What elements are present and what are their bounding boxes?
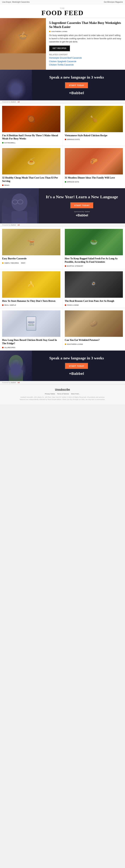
hero-description: On busy weeknights when you don't want t… <box>49 34 122 43</box>
email-footer: Unsubscribe Privacy Notice Terms of Serv… <box>0 384 125 404</box>
article-row-2: 🍝 32 Healthy Cheap Meals That Cost Less … <box>0 146 125 188</box>
easy-badge: Easy <box>21 262 26 264</box>
article-title-9: How Long Does Boxed Chicken Broth Stay G… <box>2 339 60 345</box>
brand-name: FOOD FEED <box>3 9 122 16</box>
article-source-1: EATINGWELL <box>2 142 60 144</box>
ad-silhouette <box>0 70 32 100</box>
ad-logo-1: +Babbel <box>32 91 122 95</box>
article-card-6: 🥗 How To Keep Bagged Salad Fresh For As … <box>63 227 125 269</box>
ad3-start-button[interactable]: START TODAY <box>65 363 88 369</box>
svg-point-0 <box>11 193 27 211</box>
article-image-8: 🍳 <box>65 271 123 298</box>
article-card-1: 🥘 I'm A Dietitian And I Swear By These 5… <box>0 104 63 146</box>
svg-point-5 <box>9 355 23 371</box>
powered-bar-1: Powered by Babbel Ad <box>0 100 125 104</box>
footer-copyright: Dotdash Meredith, 225 Liberty St., 4th F… <box>18 396 107 401</box>
related-link-1[interactable]: Homestyle Ground Beef Casserole <box>49 57 122 60</box>
article-card-9: SWANSONORGANIC Chicken Broth How Long Do… <box>0 308 63 350</box>
email-header: THE FOOD FEED <box>0 4 125 18</box>
source-name-6: MARTHA STEWART <box>67 265 83 267</box>
article-row-1: 🥘 I'm A Dietitian And I Swear By These 5… <box>0 104 125 146</box>
article-title-2: Vietnamese-Style Baked Chicken Recipe <box>65 134 123 137</box>
unsubscribe-link[interactable]: Unsubscribe <box>3 388 122 391</box>
svg-rect-1 <box>11 211 27 223</box>
article-source-6: MARTHA STEWART <box>65 265 123 267</box>
article-image-5: 🫕 <box>2 229 60 255</box>
article-image-9: SWANSONORGANIC Chicken Broth <box>2 310 60 337</box>
ad2-headline: It's a New Year! Learn a New Language <box>43 194 121 199</box>
source-dot-3 <box>2 185 3 186</box>
footer-link-more[interactable]: More From... <box>71 393 80 395</box>
source-dot-4 <box>65 181 66 183</box>
article-card-7: 🍌 How To Store Bananas So They Don't Tur… <box>0 269 63 308</box>
hero-source-dot <box>49 31 50 32</box>
top-nav: Lisa Drayer, Weeknight Casseroles Get Al… <box>0 0 125 4</box>
hero-content: 5-Ingredient Casseroles That Make Busy W… <box>46 18 125 70</box>
ad-banner-1: Speak a new language in 3 weeks START TO… <box>0 70 125 100</box>
article-source-2: SERIOUS EATS <box>65 138 123 140</box>
source-name-1: EATINGWELL <box>4 142 16 144</box>
footer-link-privacy[interactable]: Privacy Notice <box>45 393 55 395</box>
ad3-person <box>0 350 32 381</box>
article-title-10: Can You Eat Wrinkled Potatoes? <box>65 339 123 342</box>
article-card-5: 🫕 Easy Burrito Casserole SIMPLY RECIPES … <box>0 227 63 269</box>
article-title-5: Easy Burrito Casserole <box>2 257 60 260</box>
article-card-2: 🍗 Vietnamese-Style Baked Chicken Recipe … <box>63 104 125 146</box>
svg-point-7 <box>13 360 19 365</box>
header-the: THE <box>3 7 122 9</box>
article-image-4: 🌮 <box>65 148 123 175</box>
ad2-content: It's a New Year! Learn a New Language ST… <box>39 191 125 221</box>
source-name-3: BH&G <box>4 184 9 186</box>
article-image-6: 🥗 <box>65 229 123 255</box>
ad-banner-2: It's a New Year! Learn a New Language ST… <box>0 188 125 223</box>
source-name-7: REAL SIMPLE <box>4 304 16 306</box>
hero-source: SOUTHERN LIVING <box>49 31 122 32</box>
hero-food-image: 🍲 <box>0 18 46 53</box>
powered-bar-2: Powered by Babbel Ad <box>0 223 125 227</box>
ad-content-1: Speak a new language in 3 weeks START TO… <box>32 75 122 95</box>
footer-link-terms[interactable]: Terms of Service <box>57 393 69 395</box>
article-card-3: 🍝 32 Healthy Cheap Meals That Cost Less … <box>0 146 63 188</box>
article-row-3: 🫕 Easy Burrito Casserole SIMPLY RECIPES … <box>0 227 125 269</box>
svg-rect-6 <box>9 370 23 381</box>
related-links: Homestyle Ground Beef Casserole Chicken … <box>49 57 122 66</box>
powered-bar-3: Powered by Babbel Ad <box>0 381 125 384</box>
article-source-3: BH&G <box>2 184 60 186</box>
source-dot-9 <box>2 347 3 348</box>
article-card-10: 🥔 Can You Eat Wrinkled Potatoes? SOUTHER… <box>63 308 125 350</box>
source-name-4: SPRUCE EATS <box>67 181 79 183</box>
article-title-7: How To Store Bananas So They Don't Turn … <box>2 300 60 303</box>
hero-image: 🍲 <box>0 18 46 70</box>
article-image-2: 🍗 <box>65 106 123 132</box>
ad3-content: Speak a new language in 3 weeks START TO… <box>32 356 122 376</box>
get-recipes-button[interactable]: GET RECIPES <box>49 45 70 51</box>
hero-source-name: SOUTHERN LIVING <box>51 31 68 32</box>
article-row-5: SWANSONORGANIC Chicken Broth How Long Do… <box>0 308 125 350</box>
ad-start-button-1[interactable]: START TODAY <box>65 82 88 89</box>
source-dot-7 <box>2 304 3 306</box>
ad-banner-3: Speak a new language in 3 weeks START TO… <box>0 350 125 381</box>
related-link-2[interactable]: Chicken Spaghetti Casserole <box>49 60 122 63</box>
source-dot-2 <box>65 139 66 140</box>
ad3-headline: Speak a new language in 3 weeks <box>32 356 122 361</box>
related-link-3[interactable]: Chicken-Tortilla Casserole <box>49 63 122 66</box>
footer-links: Privacy Notice Terms of Service More Fro… <box>3 393 122 395</box>
article-image-7: 🍌 <box>2 271 60 298</box>
article-card-4: 🌮 31 Meatless Dinner Ideas The Family Wi… <box>63 146 125 188</box>
source-dot-1 <box>2 142 3 144</box>
article-source-9: ALLRECIPES <box>2 347 60 348</box>
source-name-10: SOUTHERN LIVING <box>67 343 83 345</box>
article-image-10: 🥔 <box>65 310 123 337</box>
ad-person-image <box>0 70 32 100</box>
related-content: Related Content Homestyle Ground Beef Ca… <box>49 54 122 66</box>
ad2-start-button[interactable]: START TODAY <box>70 202 93 209</box>
ad3-silhouette <box>0 350 32 381</box>
article-source-10: SOUTHERN LIVING <box>65 343 123 345</box>
top-nav-right[interactable]: Get Allrecipes Magazine <box>104 1 123 3</box>
article-source-8: FOOD & WINE <box>65 304 123 306</box>
ad3-logo: +Babbel <box>32 372 122 376</box>
article-image-1: 🥘 <box>2 106 60 132</box>
article-title-1: I'm A Dietitian And I Swear By These 5 M… <box>2 134 60 141</box>
ad2-logo: +Babbel <box>43 214 121 217</box>
source-name-9: ALLRECIPES <box>4 347 15 348</box>
